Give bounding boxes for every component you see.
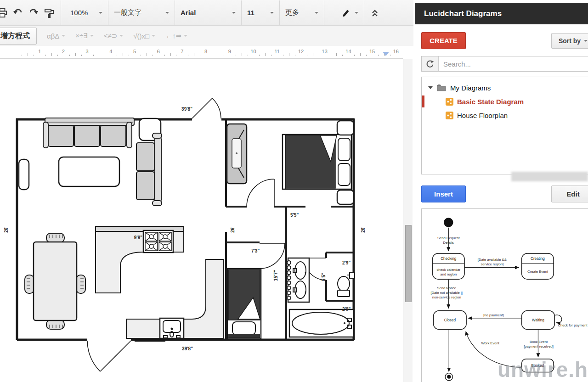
svg-text:and region: and region bbox=[440, 272, 457, 276]
double-bed bbox=[283, 135, 351, 189]
loveseat bbox=[136, 133, 162, 206]
svg-text:5'5": 5'5" bbox=[290, 213, 299, 218]
pencil-icon bbox=[342, 8, 352, 18]
initial-state bbox=[444, 218, 453, 227]
zoom-select[interactable]: 100% bbox=[65, 0, 108, 25]
svg-text:Check for payment: Check for payment bbox=[558, 323, 588, 327]
house-floorplan-drawing[interactable]: 39'8" 39'8" 26' 26' 26' 9'9" 7'3" 15'7" … bbox=[0, 59, 403, 382]
main-toolbar: 100% 一般文字 Arial 11 更多 bbox=[0, 0, 413, 26]
chevron-down-icon bbox=[315, 12, 318, 14]
font-select[interactable]: Arial bbox=[175, 0, 241, 25]
diagram-tree: My Diagrams Basic State Diagram House Fl… bbox=[421, 77, 588, 174]
redo-icon[interactable] bbox=[26, 0, 41, 25]
svg-text:39'8": 39'8" bbox=[182, 346, 193, 351]
svg-text:26': 26' bbox=[230, 226, 235, 233]
document-canvas[interactable]: 39'8" 39'8" 26' 26' 26' 9'9" 7'3" 15'7" … bbox=[0, 59, 403, 382]
collapse-toolbar-button[interactable] bbox=[367, 0, 383, 25]
refresh-icon bbox=[425, 59, 435, 68]
operators-label: ×÷∃ bbox=[75, 32, 87, 40]
document-scrollbar[interactable] bbox=[403, 59, 413, 382]
diagram-icon bbox=[446, 98, 453, 106]
chevron-down-icon bbox=[119, 35, 123, 37]
single-bed bbox=[227, 269, 261, 339]
svg-text:9'9": 9'9" bbox=[134, 235, 143, 240]
double-vanity bbox=[287, 258, 309, 302]
relations-label: <≠⊃ bbox=[104, 32, 118, 40]
zoom-value: 100% bbox=[70, 9, 88, 17]
svg-text:Book Event: Book Event bbox=[530, 340, 548, 344]
new-equation-button[interactable]: 增方程式 bbox=[0, 28, 37, 45]
dining-table-and-chairs bbox=[25, 233, 85, 329]
svg-text:7'3": 7'3" bbox=[251, 248, 260, 253]
svg-text:2'9": 2'9" bbox=[342, 307, 351, 312]
font-size-value: 11 bbox=[247, 9, 254, 17]
sort-by-button[interactable]: Sort by bbox=[551, 33, 588, 49]
chevron-down-icon bbox=[62, 35, 65, 37]
paragraph-style-select[interactable]: 一般文字 bbox=[108, 0, 175, 25]
equation-toolbar: 增方程式 αβΔ ×÷∃ <≠⊃ √()x□ ←↑⇒ bbox=[0, 26, 413, 46]
tree-folder-my-diagrams[interactable]: My Diagrams bbox=[422, 81, 588, 95]
tv-console bbox=[227, 124, 247, 184]
search-input[interactable] bbox=[439, 56, 588, 71]
chevron-down-icon bbox=[584, 40, 588, 42]
print-icon[interactable] bbox=[0, 0, 10, 25]
chevron-down-icon bbox=[90, 35, 94, 37]
toolbar-separator bbox=[324, 0, 324, 25]
insert-button[interactable]: Insert bbox=[421, 185, 466, 202]
nightstand bbox=[337, 121, 354, 135]
sort-by-label: Sort by bbox=[559, 37, 581, 45]
toolbar-separator bbox=[61, 0, 61, 25]
font-size-select[interactable]: 11 bbox=[242, 0, 279, 25]
indent-marker-icon[interactable] bbox=[383, 52, 389, 56]
svg-text:Details: Details bbox=[443, 241, 454, 245]
edit-button[interactable]: Edit bbox=[551, 185, 588, 202]
font-value: Arial bbox=[181, 9, 196, 17]
paint-format-icon[interactable] bbox=[41, 0, 57, 25]
redacted-label bbox=[511, 172, 588, 181]
tree-item-house-floorplan[interactable]: House Floorplan bbox=[422, 108, 588, 122]
undo-icon[interactable] bbox=[10, 0, 26, 25]
math-operations-label: √()x□ bbox=[133, 32, 149, 40]
create-button[interactable]: CREATE bbox=[421, 32, 466, 49]
diagram-preview[interactable]: Send Request Details Checking check cale… bbox=[421, 208, 588, 382]
chevron-down-icon bbox=[152, 35, 155, 37]
more-label: 更多 bbox=[285, 8, 299, 17]
folder-label: My Diagrams bbox=[450, 84, 491, 92]
svg-text:check calendar: check calendar bbox=[437, 268, 461, 272]
scrollbar-thumb[interactable] bbox=[405, 225, 412, 302]
stove bbox=[143, 230, 173, 253]
folder-icon bbox=[437, 84, 446, 91]
operators-menu: ×÷∃ bbox=[75, 32, 93, 40]
svg-text:Creating: Creating bbox=[531, 257, 545, 261]
svg-text:Send Notice: Send Notice bbox=[437, 286, 456, 290]
diagram-icon bbox=[446, 112, 453, 119]
self-loop bbox=[554, 315, 562, 323]
collapse-caret-icon[interactable] bbox=[428, 86, 433, 89]
kitchen-sink bbox=[160, 318, 184, 338]
coffee-table bbox=[59, 157, 119, 186]
more-menu[interactable]: 更多 bbox=[280, 0, 324, 25]
tree-item-label: Basic State Diagram bbox=[457, 98, 524, 106]
chevron-down-icon bbox=[270, 12, 274, 14]
relations-menu: <≠⊃ bbox=[104, 32, 124, 40]
svg-text:service region]: service region] bbox=[481, 262, 503, 266]
ruler[interactable]: 1234567891011121314151617 bbox=[0, 46, 403, 59]
text-color-button[interactable] bbox=[336, 0, 364, 25]
svg-text:[payment received]: [payment received] bbox=[524, 344, 554, 348]
chevron-down-icon bbox=[184, 35, 187, 37]
chevron-down-icon bbox=[99, 12, 102, 14]
svg-text:Closed: Closed bbox=[444, 318, 456, 322]
tree-item-basic-state-diagram[interactable]: Basic State Diagram bbox=[422, 95, 588, 108]
svg-text:[Date not available ||: [Date not available || bbox=[430, 291, 463, 295]
state-diagram-preview: Send Request Details Checking check cale… bbox=[422, 209, 588, 382]
refresh-button[interactable] bbox=[422, 56, 439, 71]
selected-indicator bbox=[422, 96, 424, 107]
svg-text:Work Event: Work Event bbox=[481, 341, 499, 345]
tree-item-label: House Floorplan bbox=[457, 112, 508, 119]
svg-text:Create Event: Create Event bbox=[527, 270, 548, 274]
svg-text:non-service region: non-service region bbox=[432, 295, 461, 299]
search-bar bbox=[421, 56, 588, 72]
watermark: unwire.hk bbox=[498, 357, 588, 382]
svg-text:39'8": 39'8" bbox=[181, 107, 192, 112]
svg-text:Waiting: Waiting bbox=[532, 318, 544, 322]
